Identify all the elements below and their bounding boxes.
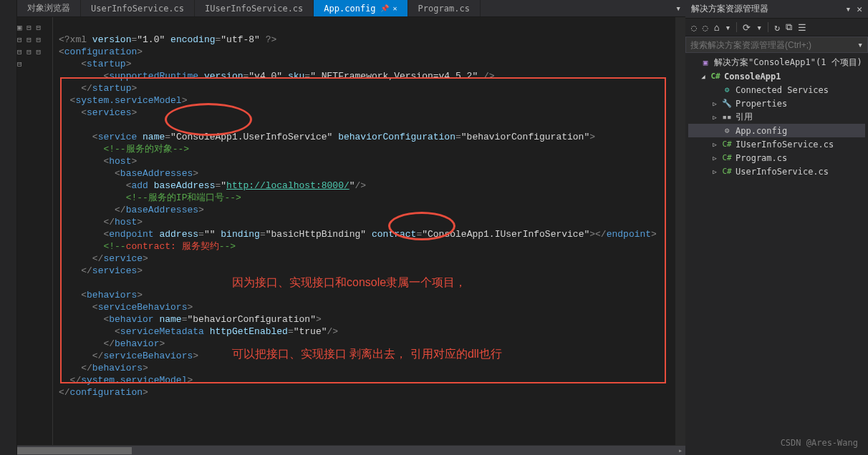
tree-file-appconfig[interactable]: ⚙ App.config (688, 124, 865, 137)
tree-connected-services[interactable]: ⚙ Connected Services (688, 83, 865, 97)
tree-label: Connected Services (736, 85, 829, 95)
tree-label: Program.cs (736, 153, 787, 163)
tree-label: Properties (736, 99, 787, 109)
pin-icon[interactable]: ⁠📌 (380, 4, 389, 12)
sync-icon[interactable]: ▾ (725, 22, 730, 33)
tree-file-program[interactable]: ▷ C# Program.cs (688, 151, 865, 165)
tab-program-cs[interactable]: Program.cs (408, 0, 481, 16)
panel-dropdown-icon[interactable]: ▾ ✕ (846, 4, 862, 14)
config-file-icon: ⚙ (721, 126, 733, 135)
tree-solution[interactable]: ▣ 解决方案"ConsoleApp1"(1 个项目) (688, 56, 865, 69)
caret-icon[interactable]: ▷ (711, 114, 718, 121)
csharp-file-icon: C# (721, 167, 733, 176)
tab-label: UserInfoService.cs (91, 4, 184, 14)
show-all-files-icon[interactable]: ⧉ (786, 21, 792, 33)
tab-iuserinfoservice-cs[interactable]: IUserInfoService.cs (195, 0, 314, 16)
scroll-thumb[interactable] (17, 447, 132, 454)
code-body[interactable]: <?xml version="1.0" encoding="utf-8" ?> … (53, 17, 675, 445)
tab-label: App.config (324, 4, 375, 14)
watermark: CSDN @Ares-Wang (781, 438, 858, 448)
annotation-text-2: 可以把接口、实现接口 剥离出去， 引用对应的dll也行 (232, 348, 502, 360)
tab-label: 对象浏览器 (27, 2, 70, 14)
search-dropdown-icon[interactable]: ▾ (857, 39, 863, 50)
code-editor[interactable]: ▣ ⊟ ⊟ ⊟ ⊟ ⊟ ⊟ ⊟ ⊟ ⊟ <?xml version="1.0" … (17, 17, 685, 445)
editor-minimap[interactable] (675, 17, 685, 445)
solution-explorer-header: 解决方案资源管理器 ▾ ✕ (685, 0, 868, 19)
tree-label: IUserInfoService.cs (736, 140, 834, 150)
tab-userinfoservice-cs[interactable]: UserInfoService.cs (81, 0, 195, 16)
caret-icon[interactable]: ◢ (700, 73, 707, 80)
tree-label: ConsoleApp1 (724, 72, 781, 82)
csharp-file-icon: C# (721, 153, 733, 162)
tree-properties[interactable]: ▷ 🔧 Properties (688, 97, 865, 110)
caret-icon[interactable]: ▷ (711, 141, 718, 148)
tab-overflow-tools: ▾ (675, 0, 685, 16)
dropdown-icon[interactable]: ▾ (675, 3, 681, 14)
solution-tree: ▣ 解决方案"ConsoleApp1"(1 个项目) ◢ C# ConsoleA… (685, 53, 868, 181)
solution-explorer-toolbar: ◌ ◌ ⌂ ▾ ⟳ ▾ ↻ ⧉ ☰ (685, 19, 868, 36)
refresh-icon[interactable]: ↻ (774, 22, 780, 33)
annotation-text-1: 因为接口、实现接口和console隶属一个项目， (232, 276, 466, 288)
tab-app-config[interactable]: App.config ⁠📌 ✕ (314, 0, 408, 16)
tree-label: UserInfoService.cs (736, 167, 829, 177)
csharp-project-icon: C# (710, 72, 721, 81)
gutter: ▣ ⊟ ⊟ ⊟ ⊟ ⊟ ⊟ ⊟ ⊟ ⊟ (17, 17, 53, 445)
show-icon[interactable]: ▾ (756, 22, 762, 33)
properties-icon[interactable]: ☰ (798, 22, 806, 33)
forward-icon[interactable]: ◌ (703, 22, 708, 33)
references-icon: ▪▪ (721, 112, 733, 122)
solution-icon: ▣ (700, 58, 711, 67)
panel-title: 解决方案资源管理器 (691, 3, 768, 15)
horizontal-scrollbar[interactable]: ◂ ▸ (17, 445, 685, 455)
tree-file-userinfoservice[interactable]: ▷ C# UserInfoService.cs (688, 165, 865, 178)
tree-project[interactable]: ◢ C# ConsoleApp1 (688, 69, 865, 83)
solution-search[interactable]: ▾ (685, 36, 868, 53)
scroll-right-icon[interactable]: ▸ (675, 446, 685, 455)
tree-label: 解决方案"ConsoleApp1"(1 个项目) (714, 57, 862, 69)
solution-search-input[interactable] (690, 40, 857, 50)
tab-object-browser[interactable]: 对象浏览器 (17, 0, 81, 16)
home-icon[interactable]: ⌂ (714, 22, 720, 33)
connected-services-icon: ⚙ (721, 85, 733, 94)
back-icon[interactable]: ◌ (691, 22, 697, 33)
tree-label: App.config (736, 126, 787, 136)
csharp-file-icon: C# (721, 140, 733, 149)
collapse-icon[interactable]: ⟳ (743, 22, 751, 33)
caret-icon[interactable]: ▷ (711, 168, 718, 175)
tree-references[interactable]: ▷ ▪▪ 引用 (688, 110, 865, 124)
left-gutter-strip (0, 0, 17, 455)
tree-file-iuserinfoservice[interactable]: ▷ C# IUserInfoService.cs (688, 137, 865, 151)
tab-label: IUserInfoService.cs (205, 4, 303, 14)
wrench-icon: 🔧 (721, 99, 733, 108)
tab-label: Program.cs (418, 4, 470, 14)
caret-icon[interactable]: ▷ (711, 100, 718, 107)
editor-tab-bar: 对象浏览器 UserInfoService.cs IUserInfoServic… (17, 0, 685, 17)
tree-label: 引用 (736, 111, 753, 123)
caret-icon[interactable]: ▷ (711, 155, 718, 162)
close-icon[interactable]: ✕ (393, 4, 397, 12)
